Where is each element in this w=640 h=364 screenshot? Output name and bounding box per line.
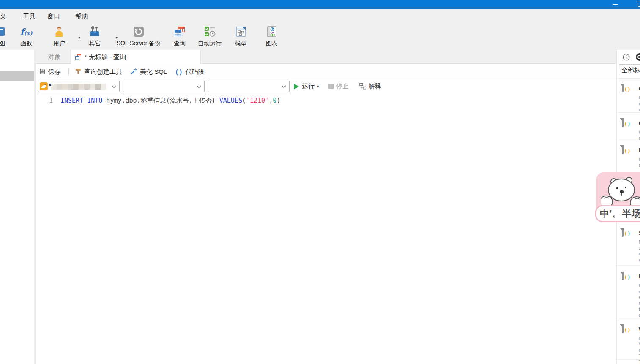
schema-chevron-icon [282,85,286,88]
connection-icon [40,82,48,90]
snippet-doc-icon: () [622,145,624,154]
explain-icon [359,83,366,90]
censored-connection-name [49,84,106,90]
toolbar-function-button[interactable]: f(x) 函数 [16,24,36,49]
tab-query-active[interactable]: * 无标题 - 查询 [71,50,201,64]
query-icon [170,24,190,39]
minimize-button[interactable] [606,0,624,9]
bear-sticker-overlay: 中'。半场 [595,171,640,222]
toolbar-automation-button[interactable]: 自动运行 [195,24,224,49]
panel-divider [617,359,640,360]
snippet-doc-icon: () [622,118,624,127]
query-tab-icon [75,54,82,60]
snippet-doc-icon: () [622,84,624,92]
main-toolbar: 视图 f(x) 函数 用户 ▾ [0,23,640,50]
title-bar [0,0,640,9]
toolbar-model-button[interactable]: 模型 [231,24,251,49]
query-toolbar: 保存 查询创建工具 美化 SQL [36,64,616,79]
database-chevron-icon [197,85,201,88]
panel-divider [617,112,640,113]
panel-divider [617,265,640,266]
toolbar-chart-button[interactable]: 图表 [262,24,282,49]
panel-divider [617,224,640,224]
info-icon[interactable] [623,54,630,62]
function-icon: f(x) [16,24,36,39]
chart-icon [262,24,282,39]
maximize-button[interactable] [631,0,640,9]
stop-icon [328,84,334,89]
query-builder-icon [75,68,82,76]
code-snippet-button[interactable]: () 代码段 [175,68,204,76]
snippet-item[interactable]: ()Update rowsUpdate thecolumnsexpression… [622,272,640,280]
minimize-icon [613,4,618,5]
tab-objects[interactable]: 对象 [38,50,71,64]
query-tab-label: * 无标题 - 查询 [85,53,126,60]
menu-bar: 收藏夹 工具 窗口 帮助 [0,9,640,23]
database-select[interactable] [123,81,205,92]
tab-bar: 对象 * 无标题 - 查询 [36,50,616,64]
snippet-item[interactable]: ()Insert rowsInsert rows intoa table. [622,146,640,154]
user-icon [49,24,69,39]
toolbar-user-button[interactable]: 用户 ▾ [49,24,69,49]
panel-settings-icon[interactable] [636,53,640,61]
toolbar-others-button[interactable]: 其它 ▾ [85,24,105,49]
menu-help[interactable]: 帮助 [74,9,90,23]
menu-window[interactable]: 窗口 [46,9,62,23]
run-play-icon [294,84,299,90]
panel-divider [617,320,640,320]
others-toolbox-icon [85,24,105,39]
tag-filter-input[interactable] [619,64,640,76]
main-area: 对象 * 无标题 - 查询 [36,50,616,364]
user-dropdown-caret-icon[interactable]: ▾ [78,35,80,40]
stop-button[interactable]: 停止 [319,82,349,90]
snippet-item[interactable]: ()Columns informationGet the columnnames… [622,84,640,92]
sql-statement: INSERT INTO hymy.dbo.称重信息(流水号,上传否) VALUE… [60,97,280,105]
toolbar-view-button[interactable]: 视图 [0,24,9,49]
sql-editor[interactable]: 1 INSERT INTO hymy.dbo.称重信息(流水号,上传否) VAL… [36,94,616,364]
code-snippet-icon: () [175,68,183,76]
left-connection-panel[interactable] [0,50,34,364]
automation-icon [195,24,224,39]
sticker-caption: 中'。半场 [595,205,640,222]
query-builder-button[interactable]: 查询创建工具 [75,68,122,76]
beautify-wand-icon [130,68,137,76]
panel-divider [617,78,640,79]
snippet-item[interactable]: ()While loopcontinueVALUES whileconditio… [622,325,640,333]
model-icon [231,24,251,39]
menu-tools[interactable]: 工具 [21,9,37,23]
combo-row: 运行 ▾ 停止 解释 [36,79,616,94]
toolbar-query-button[interactable]: 查询 [170,24,190,49]
schema-select[interactable] [208,81,290,92]
connection-chevron-icon [112,85,116,88]
run-controls: 运行 ▾ 停止 解释 [294,81,381,92]
snippet-item[interactable]: ()Select first N rowsRetrieve theselecte… [622,229,640,236]
explain-button[interactable]: 解释 [359,82,381,90]
line-number: 1 [36,97,53,104]
save-icon [39,68,46,76]
view-icon [0,24,9,39]
snippet-doc-icon: () [622,324,624,333]
save-button[interactable]: 保存 [39,68,61,76]
connection-select[interactable] [38,81,120,92]
run-button[interactable]: 运行 ▾ [294,82,319,90]
panel-divider [617,141,640,141]
beautify-sql-button[interactable]: 美化 SQL [130,68,167,76]
snippet-doc-icon: () [622,228,624,237]
left-panel-selected-row[interactable] [0,71,34,81]
maximize-icon [638,3,640,7]
backup-icon [113,24,164,39]
snippet-doc-icon: () [622,272,624,280]
menu-favorites[interactable]: 收藏夹 [0,9,8,23]
toolbar-separator [68,68,69,76]
app-window: 收藏夹 工具 窗口 帮助 视图 f(x) 函数 用户 ▾ [0,0,640,364]
toolbar-backup-button[interactable]: SQL Server 备份 [113,24,164,49]
snippet-item[interactable]: ()Count rowsCount the numberof rows. [622,119,640,127]
